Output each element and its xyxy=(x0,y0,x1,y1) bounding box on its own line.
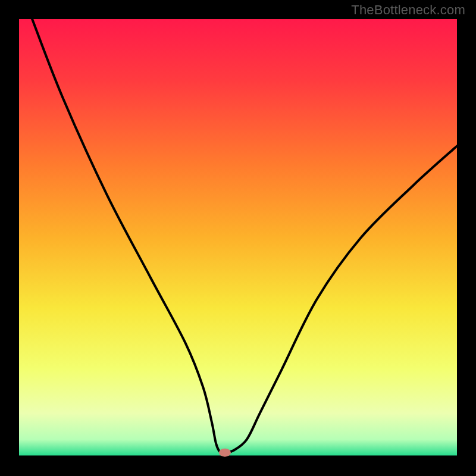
chart-plot-area xyxy=(19,19,457,457)
optimal-point-marker xyxy=(219,449,231,457)
watermark-text: TheBottleneck.com xyxy=(351,2,465,18)
chart-background xyxy=(19,19,457,457)
chart-svg xyxy=(19,19,457,457)
